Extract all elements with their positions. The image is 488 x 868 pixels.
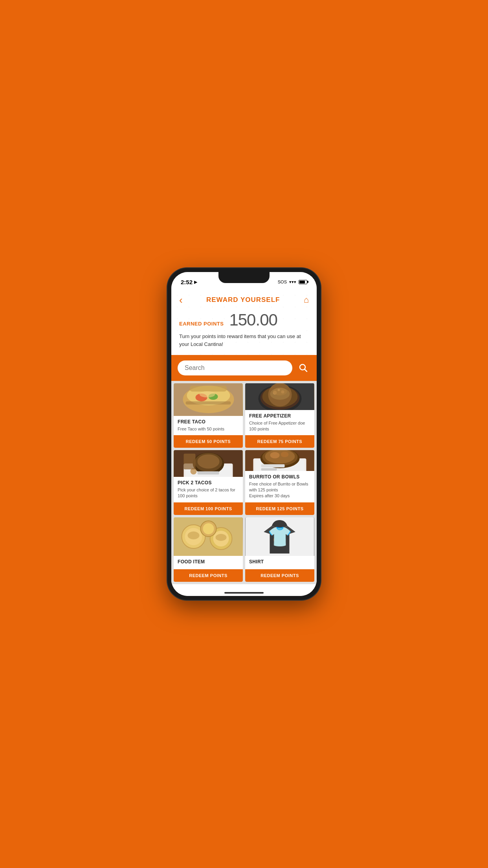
back-button[interactable]: ‹ <box>179 295 183 305</box>
status-icons: SOS ▾▾▾ <box>278 280 307 285</box>
redeem-button-food-item-5[interactable]: REDEEM POINTS <box>174 569 243 582</box>
svg-line-1 <box>305 370 307 372</box>
reward-card-shirt: SHIRT REDEEM POINTS <box>245 517 314 582</box>
home-indicator <box>171 584 317 596</box>
reward-image-free-appetizer <box>245 383 314 410</box>
svg-point-25 <box>198 454 220 469</box>
points-section: EARNED POINTS 150.00 <box>179 311 309 329</box>
svg-point-47 <box>203 523 214 534</box>
reward-card-free-appetizer: FREE APPETIZER Choice of Free Appetizer … <box>245 383 314 448</box>
reward-card-pick-2-tacos: PICK 2 TACOS Pick your choice of 2 tacos… <box>174 450 243 515</box>
reward-image-burrito-bowls <box>245 450 314 471</box>
svg-rect-5 <box>190 386 227 392</box>
reward-desc-free-appetizer: Choice of Free Appetizer doe 100 points <box>249 420 310 432</box>
reward-desc-burrito-bowls: Free choice of Burrito or Bowls with 125… <box>249 481 310 499</box>
reward-name-shirt: SHIRT <box>249 559 310 565</box>
rewards-grid: FREE TACO Free Taco with 50 points REDEE… <box>171 381 317 584</box>
location-icon: ▶ <box>194 280 197 284</box>
reward-image-pick-2-tacos <box>174 450 243 477</box>
reward-name-free-appetizer: FREE APPETIZER <box>249 413 310 419</box>
reward-image-food-item-5 <box>174 517 243 556</box>
reward-info-burrito-bowls: BURRITO OR BOWLS Free choice of Burrito … <box>245 471 314 502</box>
svg-point-45 <box>216 534 227 541</box>
reward-image-shirt <box>245 517 314 556</box>
svg-rect-28 <box>184 454 196 469</box>
reward-card-food-item-5: FOOD ITEM REDEEM POINTS <box>174 517 243 582</box>
reward-info-food-item-5: FOOD ITEM <box>174 556 243 569</box>
reward-card-burrito-bowls: BURRITO OR BOWLS Free choice of Burrito … <box>245 450 314 515</box>
header-nav: ‹ REWARD YOURSELF ⌂ <box>179 295 309 305</box>
reward-name-free-taco: FREE TACO <box>178 419 239 425</box>
reward-name-burrito-bowls: BURRITO OR BOWLS <box>249 474 310 480</box>
header: ‹ REWARD YOURSELF ⌂ EARNED POINTS 150.00… <box>171 289 317 355</box>
home-bar <box>224 592 264 594</box>
reward-card-free-taco: FREE TACO Free Taco with 50 points REDEE… <box>174 383 243 448</box>
reward-image-free-taco <box>174 383 243 416</box>
phone-screen: 2:52 ▶ SOS ▾▾▾ ‹ REWARD YOURSELF ⌂ <box>171 272 317 596</box>
page-title: REWARD YOURSELF <box>206 296 280 304</box>
redeem-button-free-taco[interactable]: REDEEM 50 POINTS <box>174 435 243 448</box>
search-input-wrap[interactable] <box>178 360 292 375</box>
redeem-button-pick-2-tacos[interactable]: REDEEM 100 POINTS <box>174 502 243 515</box>
search-button[interactable] <box>296 361 310 375</box>
earned-label: EARNED POINTS <box>179 321 224 327</box>
search-area <box>171 355 317 381</box>
app-content: ‹ REWARD YOURSELF ⌂ EARNED POINTS 150.00… <box>171 289 317 584</box>
battery-fill <box>299 281 305 283</box>
reward-info-shirt: SHIRT <box>245 556 314 569</box>
reward-info-free-taco: FREE TACO Free Taco with 50 points <box>174 416 243 435</box>
reward-desc-pick-2-tacos: Pick your choice of 2 tacos for 100 poin… <box>178 487 239 499</box>
svg-point-49 <box>274 535 286 544</box>
search-input[interactable] <box>185 364 285 371</box>
phone-frame: 2:52 ▶ SOS ▾▾▾ ‹ REWARD YOURSELF ⌂ <box>167 268 321 600</box>
svg-point-19 <box>273 388 287 395</box>
reward-name-pick-2-tacos: PICK 2 TACOS <box>178 480 239 485</box>
notch <box>218 272 270 283</box>
reward-info-free-appetizer: FREE APPETIZER Choice of Free Appetizer … <box>245 410 314 436</box>
svg-rect-9 <box>186 401 231 405</box>
svg-point-36 <box>281 452 289 457</box>
status-time: 2:52 ▶ <box>181 279 197 285</box>
svg-rect-37 <box>261 464 285 467</box>
reward-info-pick-2-tacos: PICK 2 TACOS Pick your choice of 2 tacos… <box>174 477 243 502</box>
svg-point-8 <box>200 391 215 397</box>
reward-desc-free-taco: Free Taco with 50 points <box>178 426 239 432</box>
redeem-button-free-appetizer[interactable]: REDEEM 75 POINTS <box>245 435 314 448</box>
wifi-icon: ▾▾▾ <box>289 280 296 285</box>
svg-point-42 <box>188 531 200 539</box>
sos-label: SOS <box>278 280 287 284</box>
points-value: 150.00 <box>229 311 277 329</box>
home-button[interactable]: ⌂ <box>304 295 309 305</box>
battery-icon <box>299 280 307 284</box>
redeem-button-shirt[interactable]: REDEEM POINTS <box>245 569 314 582</box>
points-description: Turn your points into reward items that … <box>179 333 309 348</box>
svg-rect-26 <box>198 471 219 474</box>
reward-name-food-item-5: FOOD ITEM <box>178 559 239 565</box>
svg-point-35 <box>270 452 280 458</box>
redeem-button-burrito-bowls[interactable]: REDEEM 125 POINTS <box>245 502 314 515</box>
